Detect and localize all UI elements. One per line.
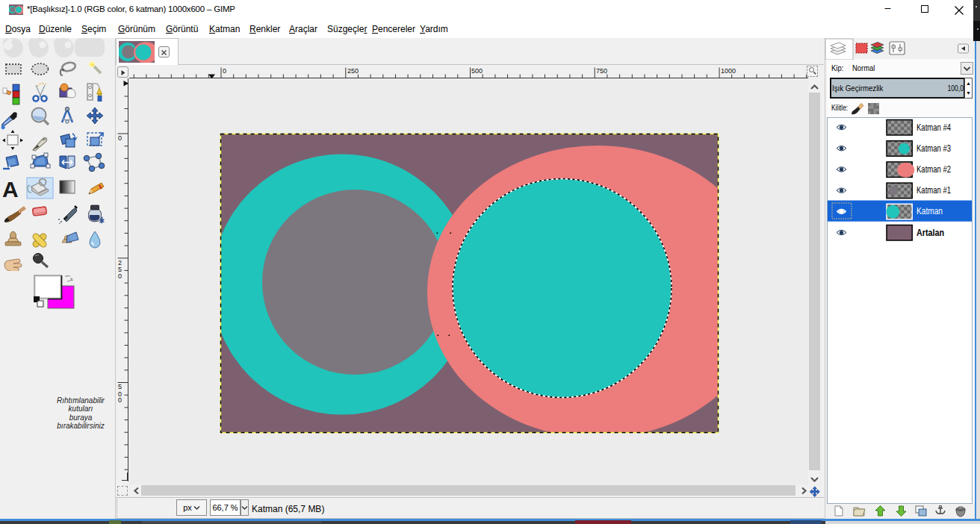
svg-text:0: 0	[118, 272, 122, 280]
svg-text:0: 0	[223, 67, 226, 75]
svg-text:Artalan: Artalan	[917, 228, 944, 238]
svg-text:Katman #2: Katman #2	[917, 164, 951, 175]
svg-text:1000: 1000	[721, 67, 736, 75]
svg-text:500: 500	[471, 67, 483, 75]
svg-text:5: 5	[118, 383, 122, 390]
svg-text:0: 0	[118, 396, 122, 404]
svg-text:Katman: Katman	[917, 206, 943, 216]
svg-text:A: A	[2, 177, 19, 202]
svg-text:Katman #3: Katman #3	[917, 143, 951, 154]
svg-text:Katman #1: Katman #1	[917, 185, 951, 196]
svg-text:Katman #4: Katman #4	[917, 122, 951, 133]
svg-text:750: 750	[596, 67, 607, 75]
svg-text:250: 250	[347, 67, 359, 75]
svg-text:0: 0	[118, 134, 122, 142]
